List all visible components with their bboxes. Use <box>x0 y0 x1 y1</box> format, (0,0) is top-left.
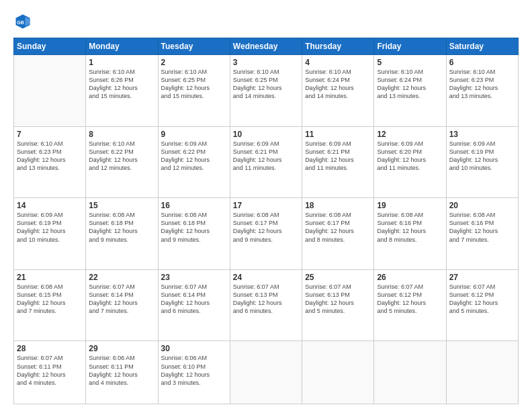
day-info: Sunrise: 6:10 AM Sunset: 6:26 PM Dayligh… <box>89 68 154 101</box>
calendar-row-5: 28Sunrise: 6:07 AM Sunset: 6:11 PM Dayli… <box>14 341 519 404</box>
calendar-cell: 30Sunrise: 6:06 AM Sunset: 6:10 PM Dayli… <box>158 341 230 404</box>
calendar-cell <box>374 341 446 404</box>
calendar-cell: 29Sunrise: 6:06 AM Sunset: 6:11 PM Dayli… <box>86 341 158 404</box>
day-number: 29 <box>89 344 154 353</box>
day-info: Sunrise: 6:10 AM Sunset: 6:24 PM Dayligh… <box>377 68 443 101</box>
weekday-wednesday: Wednesday <box>230 38 302 55</box>
day-number: 22 <box>89 273 154 282</box>
calendar-cell: 15Sunrise: 6:08 AM Sunset: 6:18 PM Dayli… <box>86 198 158 270</box>
day-info: Sunrise: 6:07 AM Sunset: 6:11 PM Dayligh… <box>17 354 83 387</box>
weekday-saturday: Saturday <box>446 38 518 55</box>
calendar-cell: 2Sunrise: 6:10 AM Sunset: 6:25 PM Daylig… <box>158 55 230 127</box>
day-info: Sunrise: 6:09 AM Sunset: 6:20 PM Dayligh… <box>377 140 443 173</box>
day-number: 21 <box>17 273 83 282</box>
day-info: Sunrise: 6:08 AM Sunset: 6:17 PM Dayligh… <box>233 211 299 244</box>
day-info: Sunrise: 6:09 AM Sunset: 6:19 PM Dayligh… <box>17 211 83 244</box>
calendar-cell: 24Sunrise: 6:07 AM Sunset: 6:13 PM Dayli… <box>230 269 302 341</box>
calendar-cell: 1Sunrise: 6:10 AM Sunset: 6:26 PM Daylig… <box>86 55 158 127</box>
weekday-friday: Friday <box>374 38 446 55</box>
day-number: 20 <box>449 201 515 210</box>
calendar-cell: 27Sunrise: 6:07 AM Sunset: 6:12 PM Dayli… <box>446 269 518 341</box>
weekday-tuesday: Tuesday <box>158 38 230 55</box>
day-info: Sunrise: 6:10 AM Sunset: 6:22 PM Dayligh… <box>89 140 154 173</box>
day-info: Sunrise: 6:09 AM Sunset: 6:22 PM Dayligh… <box>161 140 227 173</box>
weekday-monday: Monday <box>86 38 158 55</box>
day-info: Sunrise: 6:08 AM Sunset: 6:18 PM Dayligh… <box>161 211 227 244</box>
day-info: Sunrise: 6:07 AM Sunset: 6:12 PM Dayligh… <box>449 283 515 316</box>
calendar-cell: 13Sunrise: 6:09 AM Sunset: 6:19 PM Dayli… <box>446 126 518 198</box>
day-info: Sunrise: 6:10 AM Sunset: 6:23 PM Dayligh… <box>17 140 83 173</box>
page: GB SundayMondayTuesdayWednesdayThursdayF… <box>0 0 532 411</box>
calendar-cell: 20Sunrise: 6:08 AM Sunset: 6:16 PM Dayli… <box>446 198 518 270</box>
calendar-cell: 8Sunrise: 6:10 AM Sunset: 6:22 PM Daylig… <box>86 126 158 198</box>
calendar-cell: 11Sunrise: 6:09 AM Sunset: 6:21 PM Dayli… <box>302 126 374 198</box>
weekday-header-row: SundayMondayTuesdayWednesdayThursdayFrid… <box>14 38 519 55</box>
calendar-cell: 7Sunrise: 6:10 AM Sunset: 6:23 PM Daylig… <box>14 126 86 198</box>
day-number: 11 <box>305 130 371 139</box>
day-number: 6 <box>449 58 515 67</box>
logo: GB <box>13 12 35 31</box>
calendar-cell: 22Sunrise: 6:07 AM Sunset: 6:14 PM Dayli… <box>86 269 158 341</box>
day-number: 27 <box>449 273 515 282</box>
svg-text:GB: GB <box>17 20 24 25</box>
calendar-row-1: 1Sunrise: 6:10 AM Sunset: 6:26 PM Daylig… <box>14 55 519 127</box>
calendar-cell: 21Sunrise: 6:08 AM Sunset: 6:15 PM Dayli… <box>14 269 86 341</box>
day-number: 7 <box>17 130 83 139</box>
calendar-cell <box>230 341 302 404</box>
day-number: 4 <box>305 58 371 67</box>
day-number: 8 <box>89 130 154 139</box>
calendar-cell: 26Sunrise: 6:07 AM Sunset: 6:12 PM Dayli… <box>374 269 446 341</box>
day-number: 18 <box>305 201 371 210</box>
day-number: 12 <box>377 130 443 139</box>
calendar-row-4: 21Sunrise: 6:08 AM Sunset: 6:15 PM Dayli… <box>14 269 519 341</box>
day-number: 16 <box>161 201 227 210</box>
header: GB <box>13 12 519 31</box>
day-number: 30 <box>161 344 227 353</box>
day-info: Sunrise: 6:08 AM Sunset: 6:16 PM Dayligh… <box>449 211 515 244</box>
day-number: 13 <box>449 130 515 139</box>
day-info: Sunrise: 6:08 AM Sunset: 6:16 PM Dayligh… <box>377 211 443 244</box>
day-number: 23 <box>161 273 227 282</box>
calendar-cell: 23Sunrise: 6:07 AM Sunset: 6:14 PM Dayli… <box>158 269 230 341</box>
calendar-table: SundayMondayTuesdayWednesdayThursdayFrid… <box>13 38 519 404</box>
calendar-cell: 3Sunrise: 6:10 AM Sunset: 6:25 PM Daylig… <box>230 55 302 127</box>
day-info: Sunrise: 6:10 AM Sunset: 6:24 PM Dayligh… <box>305 68 371 101</box>
day-info: Sunrise: 6:08 AM Sunset: 6:17 PM Dayligh… <box>305 211 371 244</box>
calendar-cell: 18Sunrise: 6:08 AM Sunset: 6:17 PM Dayli… <box>302 198 374 270</box>
calendar-cell <box>302 341 374 404</box>
day-info: Sunrise: 6:07 AM Sunset: 6:13 PM Dayligh… <box>305 283 371 316</box>
calendar-cell: 12Sunrise: 6:09 AM Sunset: 6:20 PM Dayli… <box>374 126 446 198</box>
day-number: 17 <box>233 201 299 210</box>
calendar-cell <box>14 55 86 127</box>
day-info: Sunrise: 6:08 AM Sunset: 6:15 PM Dayligh… <box>17 283 83 316</box>
day-number: 25 <box>305 273 371 282</box>
day-info: Sunrise: 6:10 AM Sunset: 6:23 PM Dayligh… <box>449 68 515 101</box>
day-number: 9 <box>161 130 227 139</box>
day-info: Sunrise: 6:08 AM Sunset: 6:18 PM Dayligh… <box>89 211 154 244</box>
day-info: Sunrise: 6:06 AM Sunset: 6:10 PM Dayligh… <box>161 354 227 387</box>
day-number: 5 <box>377 58 443 67</box>
calendar-cell: 10Sunrise: 6:09 AM Sunset: 6:21 PM Dayli… <box>230 126 302 198</box>
day-number: 19 <box>377 201 443 210</box>
weekday-thursday: Thursday <box>302 38 374 55</box>
day-number: 10 <box>233 130 299 139</box>
day-number: 24 <box>233 273 299 282</box>
calendar-cell: 9Sunrise: 6:09 AM Sunset: 6:22 PM Daylig… <box>158 126 230 198</box>
calendar-cell: 16Sunrise: 6:08 AM Sunset: 6:18 PM Dayli… <box>158 198 230 270</box>
calendar-cell: 17Sunrise: 6:08 AM Sunset: 6:17 PM Dayli… <box>230 198 302 270</box>
day-info: Sunrise: 6:07 AM Sunset: 6:14 PM Dayligh… <box>161 283 227 316</box>
calendar-cell <box>446 341 518 404</box>
day-number: 26 <box>377 273 443 282</box>
calendar-cell: 5Sunrise: 6:10 AM Sunset: 6:24 PM Daylig… <box>374 55 446 127</box>
calendar-row-2: 7Sunrise: 6:10 AM Sunset: 6:23 PM Daylig… <box>14 126 519 198</box>
day-info: Sunrise: 6:09 AM Sunset: 6:21 PM Dayligh… <box>233 140 299 173</box>
day-info: Sunrise: 6:07 AM Sunset: 6:12 PM Dayligh… <box>377 283 443 316</box>
calendar-cell: 14Sunrise: 6:09 AM Sunset: 6:19 PM Dayli… <box>14 198 86 270</box>
calendar-cell: 19Sunrise: 6:08 AM Sunset: 6:16 PM Dayli… <box>374 198 446 270</box>
day-info: Sunrise: 6:07 AM Sunset: 6:14 PM Dayligh… <box>89 283 154 316</box>
calendar-cell: 4Sunrise: 6:10 AM Sunset: 6:24 PM Daylig… <box>302 55 374 127</box>
day-info: Sunrise: 6:09 AM Sunset: 6:21 PM Dayligh… <box>305 140 371 173</box>
logo-icon: GB <box>13 12 32 31</box>
day-number: 3 <box>233 58 299 67</box>
calendar-row-3: 14Sunrise: 6:09 AM Sunset: 6:19 PM Dayli… <box>14 198 519 270</box>
